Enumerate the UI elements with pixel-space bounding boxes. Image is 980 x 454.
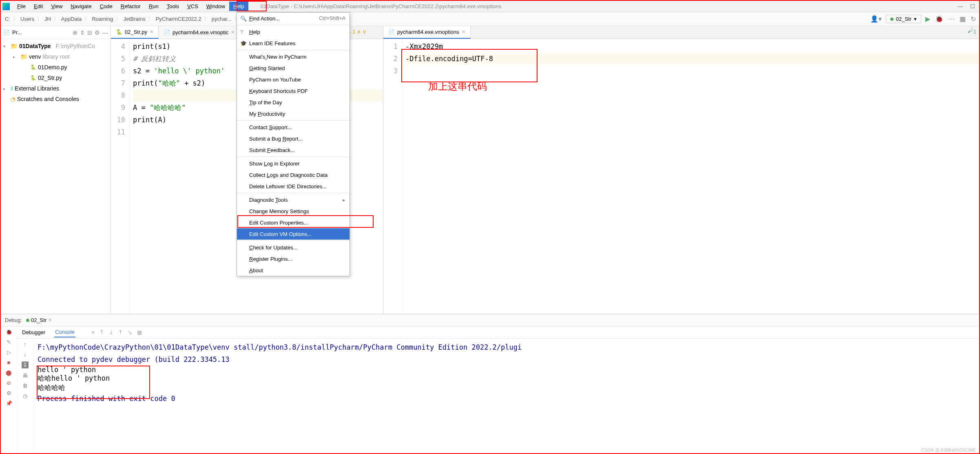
tab-pycharm64.exe.vmoptic[interactable]: 📄pycharm64.exe.vmoptic✕ bbox=[159, 26, 240, 39]
breadcrumb-item[interactable]: JetBrains bbox=[122, 16, 147, 22]
help-menu-item[interactable]: Submit Feedback... bbox=[237, 144, 350, 156]
help-menu-item[interactable]: Show Log in Explorer bbox=[237, 158, 350, 169]
gear-icon[interactable]: ⚙ bbox=[95, 29, 100, 36]
expand-icon[interactable]: ⇕ bbox=[80, 29, 85, 36]
breadcrumb-item[interactable]: C: bbox=[3, 16, 12, 22]
run-button-icon[interactable]: ▶ bbox=[925, 15, 931, 23]
tree-scratches[interactable]: ◔ Scratches and Consoles bbox=[2, 94, 110, 104]
python-file-icon: 🐍 bbox=[30, 64, 36, 70]
help-menu-item[interactable]: 🎓Learn IDE Features bbox=[237, 37, 350, 49]
menu-view[interactable]: View bbox=[47, 2, 66, 11]
ok-badge[interactable]: ✔ 1 bbox=[967, 29, 976, 35]
help-menu-item[interactable]: Diagnostic Tools▸ bbox=[237, 194, 350, 205]
export-icon[interactable]: ↧ bbox=[22, 361, 29, 368]
breadcrumb-item[interactable]: AppData bbox=[60, 16, 84, 22]
breadcrumb-item[interactable]: Roaming bbox=[90, 16, 115, 22]
menu-window[interactable]: Window bbox=[202, 2, 229, 11]
hide-panel-icon[interactable]: — bbox=[102, 29, 108, 36]
scroll-icon[interactable]: ⤒ bbox=[100, 329, 104, 335]
settings-icon[interactable]: ⚙ bbox=[7, 390, 11, 396]
collapse-icon[interactable]: ⊟ bbox=[87, 29, 92, 36]
user-icon[interactable]: 👤▾ bbox=[869, 15, 883, 23]
help-menu-item[interactable]: Contact Support... bbox=[237, 121, 350, 133]
pin-icon[interactable]: 📌 bbox=[6, 400, 12, 406]
tree-root[interactable]: ▾ 📁 01DataType F:\myPythonCo bbox=[2, 41, 110, 51]
help-menu-item[interactable]: ?Help bbox=[237, 26, 350, 37]
menu-run[interactable]: Run bbox=[145, 2, 163, 11]
up-icon[interactable]: ↑ bbox=[24, 341, 27, 347]
clock-icon[interactable]: ◷ bbox=[23, 393, 27, 399]
chevron-right-icon: 〉 bbox=[53, 15, 60, 23]
step-icon[interactable]: ▷ bbox=[7, 349, 11, 355]
tab-debugger[interactable]: Debugger bbox=[21, 328, 46, 337]
help-menu-item[interactable]: Keyboard Shortcuts PDF bbox=[237, 85, 350, 97]
table-icon[interactable]: ▦ bbox=[137, 329, 142, 335]
menu-code[interactable]: Code bbox=[96, 2, 117, 11]
help-menu-item[interactable]: Delete Leftover IDE Directories... bbox=[237, 181, 350, 192]
run-config-selector[interactable]: 02_Str ▾ bbox=[886, 15, 921, 23]
menu-help[interactable]: Help bbox=[229, 2, 248, 11]
debug-config[interactable]: 02_Str ✕ bbox=[26, 317, 52, 323]
breadcrumb-row: C:〉Users〉JH〉AppData〉Roaming〉JetBrains〉Py… bbox=[1, 12, 979, 26]
help-menu-item[interactable]: Collect Logs and Diagnostic Data bbox=[237, 169, 350, 181]
breadcrumb-item[interactable]: pychar... bbox=[210, 16, 233, 22]
help-menu-item[interactable]: Submit a Bug Report... bbox=[237, 133, 350, 144]
help-menu-item[interactable]: Change Memory Settings bbox=[237, 205, 350, 217]
maximize-icon[interactable]: ☐ bbox=[970, 3, 975, 9]
reload-icon[interactable]: ↻ bbox=[970, 15, 977, 23]
menu-file[interactable]: File bbox=[13, 2, 30, 11]
trash-icon[interactable]: 🗑 bbox=[22, 383, 28, 389]
menu-edit[interactable]: Edit bbox=[30, 2, 47, 11]
menu-vcs[interactable]: VCS bbox=[183, 2, 202, 11]
menu-refactor[interactable]: Refactor bbox=[117, 2, 145, 11]
breadcrumb-item[interactable]: Users bbox=[19, 16, 36, 22]
download-icon[interactable]: ⤓ bbox=[109, 329, 113, 335]
help-menu-item[interactable]: Register Plugins... bbox=[237, 253, 350, 264]
softwrap-icon[interactable]: ↘ bbox=[128, 329, 132, 335]
help-menu-item[interactable]: PyCharm on YouTube bbox=[237, 74, 350, 85]
help-menu-item[interactable]: Check for Updates... bbox=[237, 242, 350, 253]
menu-tools[interactable]: Tools bbox=[163, 2, 183, 11]
close-icon[interactable]: ✕ bbox=[48, 317, 52, 323]
help-menu-item[interactable]: Edit Custom Properties... bbox=[237, 217, 350, 228]
coverage-icon[interactable]: ▦ bbox=[959, 15, 967, 23]
breadcrumb-item[interactable]: JH bbox=[43, 16, 53, 22]
mute-breakpoints-icon[interactable]: ⊘ bbox=[7, 380, 11, 386]
menu-navigate[interactable]: Navigate bbox=[66, 2, 95, 11]
help-menu-item[interactable]: About bbox=[237, 264, 350, 276]
tree-external-libraries[interactable]: ▸ ⫴ External Libraries bbox=[2, 83, 110, 94]
help-menu-item[interactable]: Getting Started bbox=[237, 62, 350, 74]
minimize-icon[interactable]: — bbox=[958, 3, 963, 9]
menubar: FileEditViewNavigateCodeRefactorRunTools… bbox=[1, 1, 979, 12]
breakpoints-icon[interactable]: ⬤ bbox=[6, 370, 12, 376]
breadcrumb-item[interactable]: PyCharmCE2022.2 bbox=[154, 16, 203, 22]
console-output[interactable]: F:\myPythonCode\CrazyPython\01\01DataTyp… bbox=[33, 339, 979, 453]
gutter: 4567891011 bbox=[111, 39, 130, 314]
upload-icon[interactable]: ⤒ bbox=[118, 329, 123, 335]
down-icon[interactable]: ↓ bbox=[24, 351, 27, 357]
tree-item[interactable]: ▸📁venv library root bbox=[2, 51, 110, 62]
help-menu-item[interactable]: Tip of the Day bbox=[237, 97, 350, 108]
wrap-icon[interactable]: ≡ bbox=[92, 329, 95, 335]
tab-vmoptions[interactable]: 📄 pycharm64.exe.vmoptions ✕ bbox=[383, 26, 471, 39]
help-menu-item[interactable]: Edit Custom VM Options... bbox=[237, 228, 350, 240]
help-menu-item[interactable]: 🔍Find Action...Ctrl+Shift+A bbox=[237, 13, 350, 24]
close-icon[interactable]: ✕ bbox=[462, 29, 465, 35]
print-icon[interactable]: 🖶 bbox=[22, 372, 28, 379]
help-menu-item[interactable]: My Productivity bbox=[237, 108, 350, 119]
debug-button-icon[interactable]: 🐞 bbox=[934, 15, 944, 23]
close-icon[interactable]: ✕ bbox=[231, 30, 234, 35]
more-actions-icon[interactable]: ⋯ bbox=[947, 15, 956, 23]
tab-02_Str.py[interactable]: 🐍02_Str.py✕ bbox=[111, 26, 159, 39]
tree-item[interactable]: 🐍02_Str.py bbox=[2, 73, 110, 83]
stop-icon[interactable]: ■ bbox=[7, 359, 11, 366]
tab-console[interactable]: Console bbox=[54, 327, 75, 337]
close-icon[interactable]: ✕ bbox=[150, 29, 153, 35]
rerun-icon[interactable]: 🐞 bbox=[6, 329, 12, 335]
target-icon[interactable]: ⊕ bbox=[73, 29, 77, 36]
help-menu-item[interactable]: What's New in PyCharm bbox=[237, 51, 350, 62]
project-tab-label[interactable]: Pr... bbox=[12, 29, 70, 35]
tree-item[interactable]: 🐍01Demo.py bbox=[2, 62, 110, 73]
code-editor-b[interactable]: -Xmx2029m-Dfile.encoding=UTF-8 bbox=[402, 39, 979, 314]
resume-icon[interactable]: ✎ bbox=[7, 339, 11, 345]
